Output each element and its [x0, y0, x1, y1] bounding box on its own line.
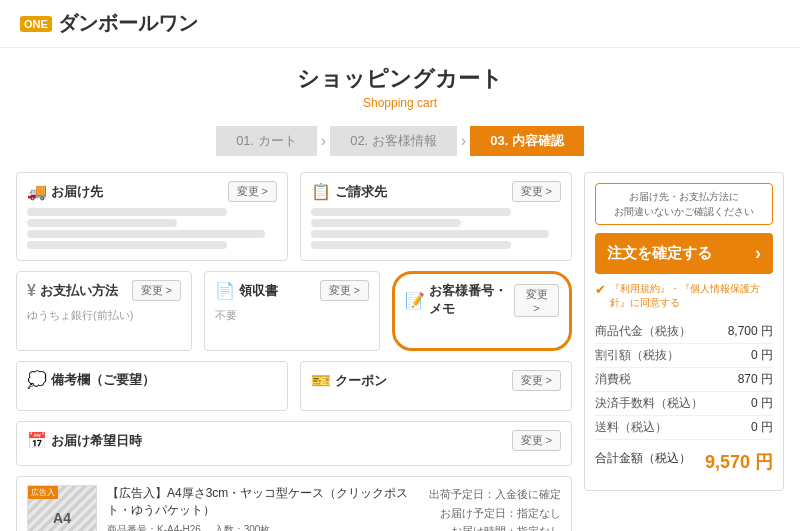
- remarks-icon: 💭: [27, 370, 47, 389]
- remarks-title: 💭 備考欄（ご要望）: [27, 370, 155, 389]
- remarks-header: 💭 備考欄（ご要望）: [27, 370, 277, 389]
- delivery-date-line: お届け予定日：指定なし: [429, 504, 561, 523]
- schedule-line: 出荷予定日：入金後に確定: [429, 485, 561, 504]
- delivery-change-btn[interactable]: 変更 >: [228, 181, 277, 202]
- price-table: 商品代金（税抜）8,700 円割引額（税抜）0 円消費税870 円決済手数料（税…: [595, 320, 773, 440]
- payment-icon: ¥: [27, 282, 36, 300]
- payment-change-btn[interactable]: 変更 >: [132, 280, 181, 301]
- delivery-line-3: [27, 230, 265, 238]
- delivery-billing-row: 🚚 お届け先 変更 > 📋: [16, 172, 572, 261]
- left-column: 🚚 お届け先 変更 > 📋: [16, 172, 572, 531]
- delivery-content: [27, 208, 277, 249]
- price-total-value: 9,570 円: [705, 450, 773, 474]
- delivery-date-icon: 📅: [27, 431, 47, 450]
- price-row: 商品代金（税抜）8,700 円: [595, 320, 773, 344]
- product-section: 広告入 A4 【広告入】A4厚さ3cm・ヤッコ型ケース（クリックポスト・ゆうパケ…: [16, 476, 572, 531]
- page-title-area: ショッピングカート Shopping cart: [0, 48, 800, 118]
- delivery-section: 🚚 お届け先 変更 >: [16, 172, 288, 261]
- confirm-order-btn[interactable]: 注文を確定する ›: [595, 233, 773, 274]
- delivery-date-title: 📅 お届け希望日時: [27, 431, 142, 450]
- receipt-title: 📄 領収書: [215, 281, 278, 300]
- right-panel: お届け先・お支払方法に お間違いないかご確認ください 注文を確定する › ✔ 『…: [584, 172, 784, 531]
- billing-line-2: [311, 219, 461, 227]
- step-cart: 01. カート: [216, 126, 317, 156]
- price-row: 消費税870 円: [595, 368, 773, 392]
- coupon-section: 🎫 クーポン 変更 >: [300, 361, 572, 411]
- receipt-section: 📄 領収書 変更 > 不要: [204, 271, 380, 351]
- customer-memo-section: 📝 お客様番号・メモ 変更 >: [392, 271, 572, 351]
- payment-header: ¥ お支払い方法 変更 >: [27, 280, 181, 301]
- product-code: 商品番号：: [107, 524, 157, 531]
- receipt-icon: 📄: [215, 281, 235, 300]
- coupon-title: 🎫 クーポン: [311, 371, 387, 390]
- remarks-section: 💭 備考欄（ご要望）: [16, 361, 288, 411]
- payment-receipt-memo-row: ¥ お支払い方法 変更 > ゆうちょ銀行(前払い) 📄 領収書 変更 >: [16, 271, 572, 351]
- price-row: 送料（税込）0 円: [595, 416, 773, 440]
- product-right: 出荷予定日：入金後に確定 お届け予定日：指定なし お届け時間：指定なし: [429, 485, 561, 531]
- price-row: 決済手数料（税込）0 円: [595, 392, 773, 416]
- payment-value: ゆうちょ銀行(前払い): [27, 307, 181, 325]
- billing-content: [311, 208, 561, 249]
- billing-line-3: [311, 230, 549, 238]
- logo-badge: ONE: [20, 16, 52, 32]
- payment-title: ¥ お支払い方法: [27, 282, 118, 300]
- delivery-line-2: [27, 219, 177, 227]
- product-meta: 商品番号：K-A4-H26 入数：300枚 内寸：長さ(320mm)×幅(230…: [107, 522, 419, 531]
- delivery-header: 🚚 お届け先 変更 >: [27, 181, 277, 202]
- billing-line-4: [311, 241, 511, 249]
- coupon-icon: 🎫: [311, 371, 331, 390]
- price-row: 割引額（税抜）0 円: [595, 344, 773, 368]
- step-confirm: 03. 内容確認: [470, 126, 584, 156]
- confirm-notice: お届け先・お支払方法に お間違いないかご確認ください: [595, 183, 773, 225]
- coupon-change-btn[interactable]: 変更 >: [512, 370, 561, 391]
- product-item: 広告入 A4 【広告入】A4厚さ3cm・ヤッコ型ケース（クリックポスト・ゆうパケ…: [27, 485, 561, 531]
- price-total-row: 合計金額（税込） 9,570 円: [595, 444, 773, 480]
- receipt-value: 不要: [215, 307, 369, 325]
- product-badge: 広告入: [28, 486, 58, 499]
- billing-line-1: [311, 208, 511, 216]
- coupon-header: 🎫 クーポン 変更 >: [311, 370, 561, 391]
- logo-area: ONE ダンボールワン: [20, 10, 198, 37]
- product-name: 【広告入】A4厚さ3cm・ヤッコ型ケース（クリックポスト・ゆうパケット）: [107, 485, 419, 519]
- page-wrapper: ONE ダンボールワン ショッピングカート Shopping cart 01. …: [0, 0, 800, 531]
- main-layout: 🚚 お届け先 変更 > 📋: [0, 172, 800, 531]
- customer-memo-header: 📝 お客様番号・メモ 変更 >: [405, 282, 559, 318]
- right-panel-inner: お届け先・お支払方法に お間違いないかご確認ください 注文を確定する › ✔ 『…: [584, 172, 784, 491]
- billing-section: 📋 ご請求先 変更 >: [300, 172, 572, 261]
- terms-line: ✔ 『利用規約』・『個人情報保護方針』に同意する: [595, 282, 773, 310]
- billing-title: 📋 ご請求先: [311, 182, 387, 201]
- steps-bar: 01. カート › 02. お客様情報 › 03. 内容確認: [0, 126, 800, 156]
- customer-memo-change-btn[interactable]: 変更 >: [514, 284, 559, 317]
- delivery-date-change-btn[interactable]: 変更 >: [512, 430, 561, 451]
- delivery-date-header: 📅 お届け希望日時 変更 >: [27, 430, 561, 451]
- delivery-date-section: 📅 お届け希望日時 変更 >: [16, 421, 572, 466]
- customer-memo-icon: 📝: [405, 291, 425, 310]
- header: ONE ダンボールワン: [0, 0, 800, 48]
- delivery-title: 🚚 お届け先: [27, 182, 103, 201]
- page-title-ja: ショッピングカート: [0, 64, 800, 94]
- payment-section: ¥ お支払い方法 変更 > ゆうちょ銀行(前払い): [16, 271, 192, 351]
- delivery-time-line: お届け時間：指定なし: [429, 522, 561, 531]
- price-total-label: 合計金額（税込）: [595, 450, 691, 474]
- step-arrow-2: ›: [457, 132, 470, 150]
- delivery-line-4: [27, 241, 227, 249]
- receipt-header: 📄 領収書 変更 >: [215, 280, 369, 301]
- terms-checkbox[interactable]: ✔: [595, 282, 606, 297]
- receipt-change-btn[interactable]: 変更 >: [320, 280, 369, 301]
- billing-header: 📋 ご請求先 変更 >: [311, 181, 561, 202]
- confirm-btn-arrow: ›: [755, 243, 761, 264]
- product-image: 広告入 A4: [27, 485, 97, 531]
- step-customer-info: 02. お客様情報: [330, 126, 457, 156]
- step-arrow-1: ›: [317, 132, 330, 150]
- billing-change-btn[interactable]: 変更 >: [512, 181, 561, 202]
- logo-text: ダンボールワン: [58, 10, 198, 37]
- billing-icon: 📋: [311, 182, 331, 201]
- page-title-en: Shopping cart: [0, 96, 800, 110]
- delivery-line-1: [27, 208, 227, 216]
- delivery-icon: 🚚: [27, 182, 47, 201]
- remarks-coupon-row: 💭 備考欄（ご要望） 🎫 クーポン 変更 >: [16, 361, 572, 411]
- product-details: 【広告入】A4厚さ3cm・ヤッコ型ケース（クリックポスト・ゆうパケット） 商品番…: [107, 485, 419, 531]
- customer-memo-title: 📝 お客様番号・メモ: [405, 282, 514, 318]
